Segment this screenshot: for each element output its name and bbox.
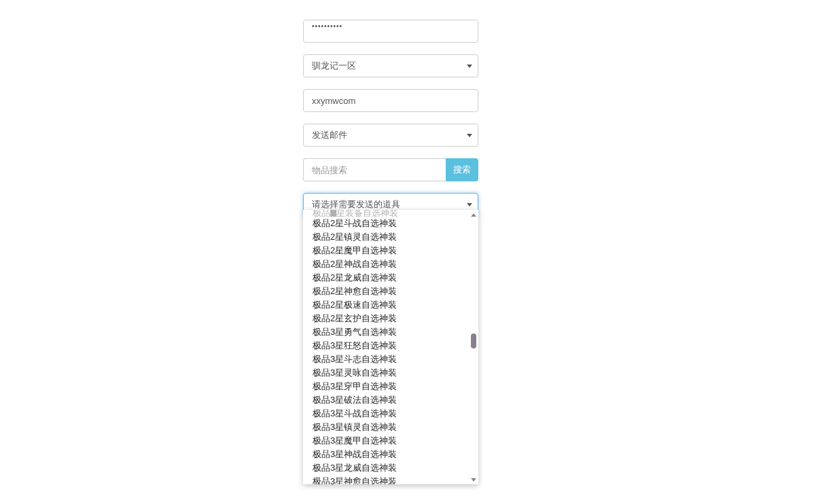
scroll-up-icon[interactable] [470, 211, 477, 218]
dropdown-item[interactable]: 极品3星斗战自选神装 [313, 407, 459, 420]
dropdown-item[interactable]: 极品3星神战自选神装 [313, 448, 459, 461]
dropdown-item[interactable]: 极品3星狂怒自选神装 [313, 339, 459, 353]
search-button[interactable]: 搜索 [446, 158, 478, 181]
dropdown-item-partial-bottom[interactable]: 极品3星神愈自选神装 [313, 475, 459, 484]
dropdown-item[interactable]: 极品2星神愈自选神装 [313, 285, 459, 298]
action-select-value: 发送邮件 [312, 129, 347, 141]
search-input[interactable] [303, 158, 446, 181]
dropdown-item[interactable]: 极品2星龙威自选神装 [313, 271, 459, 285]
server-select-value: 驯龙记一区 [312, 60, 356, 72]
dropdown-item[interactable]: 极品3星斗志自选神装 [313, 353, 459, 366]
dropdown-item[interactable]: 极品2星极速自选神装 [313, 298, 459, 312]
scrollbar-track[interactable] [470, 213, 477, 482]
password-mask: •••••••••• [312, 22, 342, 30]
form-column: •••••••••• 驯龙记一区 发送邮件 搜索 请选择需要发送的道具 [303, 20, 478, 216]
scrollbar-thumb[interactable] [471, 334, 476, 348]
server-select[interactable]: 驯龙记一区 [303, 54, 478, 77]
dropdown-item[interactable]: 极品2星镇灵自选神装 [313, 230, 459, 244]
dropdown-item[interactable]: 极品2星玄护自选神装 [313, 312, 459, 325]
search-row: 搜索 [303, 158, 478, 181]
dropdown-item[interactable]: 极品2星斗战自选神装 [313, 217, 459, 230]
dropdown-item[interactable]: 极品2星神战自选神装 [313, 257, 459, 271]
dropdown-item[interactable]: 极品3星勇气自选神装 [313, 325, 459, 339]
password-field[interactable]: •••••••••• [303, 20, 478, 43]
dropdown-item-partial-top[interactable]: 极品█星装备自选神装 [313, 210, 459, 217]
dropdown-item[interactable]: 极品3星穿甲自选神装 [313, 380, 459, 393]
dropdown-item[interactable]: 极品3星龙威自选神装 [313, 461, 459, 475]
item-select-label: 请选择需要发送的道具 [312, 198, 400, 211]
item-dropdown-panel: 极品█星装备自选神装 极品2星斗战自选神装 极品2星镇灵自选神装 极品2星魔甲自… [303, 210, 478, 484]
account-field[interactable] [303, 89, 478, 112]
item-dropdown-list[interactable]: 极品█星装备自选神装 极品2星斗战自选神装 极品2星镇灵自选神装 极品2星魔甲自… [303, 210, 469, 484]
dropdown-item[interactable]: 极品3星镇灵自选神装 [313, 420, 459, 434]
action-select[interactable]: 发送邮件 [303, 124, 478, 147]
dropdown-item[interactable]: 极品3星灵咏自选神装 [313, 366, 459, 380]
dropdown-item[interactable]: 极品3星破法自选神装 [313, 393, 459, 407]
dropdown-item[interactable]: 极品2星魔甲自选神装 [313, 244, 459, 257]
scroll-down-icon[interactable] [470, 476, 477, 483]
dropdown-item[interactable]: 极品3星魔甲自选神装 [313, 434, 459, 448]
